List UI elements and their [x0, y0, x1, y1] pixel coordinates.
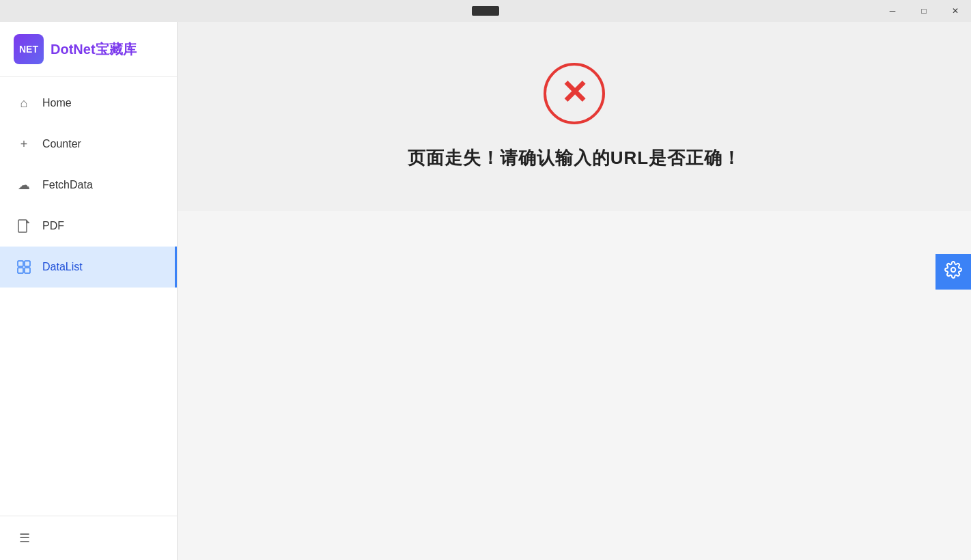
- error-message: 页面走失！请确认输入的URL是否正确！: [408, 146, 741, 170]
- error-icon-circle: ✕: [544, 63, 605, 124]
- settings-fab-icon: [944, 261, 962, 283]
- svg-rect-3: [18, 268, 23, 273]
- titlebar: ─ □ ✕: [0, 0, 971, 22]
- home-icon: ⌂: [16, 96, 31, 111]
- logo-dotnet: DotNet: [51, 42, 96, 57]
- svg-rect-4: [25, 268, 30, 273]
- sidebar-bottom: ☰: [0, 516, 177, 560]
- nav-items: ⌂ Home + Counter ☁ FetchData: [0, 77, 177, 516]
- close-button[interactable]: ✕: [940, 0, 971, 22]
- sidebar-logo: NET DotNet宝藏库: [0, 22, 177, 76]
- settings-fab-button[interactable]: [935, 254, 971, 290]
- svg-rect-2: [25, 261, 30, 266]
- titlebar-controls: ─ □ ✕: [877, 0, 971, 22]
- svg-rect-1: [18, 261, 23, 266]
- titlebar-drag-handle: [472, 6, 499, 16]
- collapse-icon: ☰: [19, 531, 30, 546]
- sidebar: NET DotNet宝藏库 ⌂ Home + Counter ☁ FetchDa…: [0, 22, 178, 560]
- sidebar-item-datalist[interactable]: DataList: [0, 247, 177, 288]
- maximize-button[interactable]: □: [908, 0, 940, 22]
- logo-text: DotNet宝藏库: [51, 40, 137, 59]
- sidebar-item-pdf[interactable]: PDF: [0, 206, 177, 247]
- logo-abbr: NET: [19, 44, 38, 55]
- counter-icon: +: [16, 137, 31, 152]
- sidebar-item-home[interactable]: ⌂ Home: [0, 83, 177, 124]
- sidebar-item-home-label: Home: [42, 97, 72, 109]
- sidebar-item-datalist-label: DataList: [42, 261, 83, 273]
- sidebar-collapse-button[interactable]: ☰: [14, 527, 36, 549]
- sidebar-item-fetchdata[interactable]: ☁ FetchData: [0, 165, 177, 206]
- sidebar-item-counter-label: Counter: [42, 138, 81, 150]
- app-container: NET DotNet宝藏库 ⌂ Home + Counter ☁ FetchDa…: [0, 22, 971, 560]
- pdf-icon: [16, 219, 31, 234]
- error-panel: ✕ 页面走失！请确认输入的URL是否正确！: [178, 22, 971, 211]
- sidebar-item-fetchdata-label: FetchData: [42, 179, 93, 191]
- logo-icon: NET: [14, 34, 44, 64]
- svg-rect-0: [18, 220, 27, 232]
- fetchdata-icon: ☁: [16, 178, 31, 193]
- sidebar-item-pdf-label: PDF: [42, 220, 64, 232]
- minimize-button[interactable]: ─: [877, 0, 908, 22]
- sidebar-item-counter[interactable]: + Counter: [0, 124, 177, 165]
- main-content: ✕ 页面走失！请确认输入的URL是否正确！: [178, 22, 971, 560]
- datalist-icon: [16, 260, 31, 275]
- error-x-icon: ✕: [561, 76, 588, 109]
- logo-treasure: 宝藏库: [96, 42, 137, 57]
